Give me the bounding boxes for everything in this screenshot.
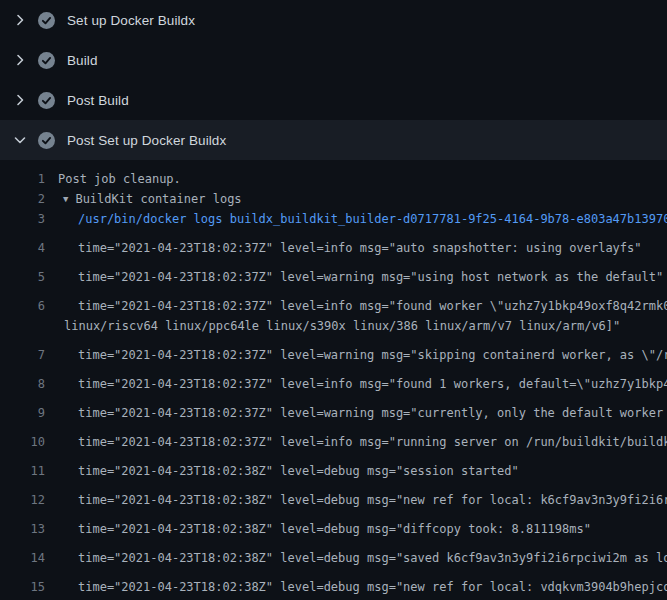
job-steps-list: Set up Docker BuildxBuildPost BuildPost …: [0, 0, 667, 160]
log-text: time="2021-04-23T18:02:37Z" level=info m…: [78, 238, 642, 258]
log-line-number[interactable]: 4: [0, 238, 45, 258]
log-line-number[interactable]: 6: [0, 296, 45, 316]
step-header-post-build[interactable]: Post Build: [0, 80, 667, 120]
log-line: 8time="2021-04-23T18:02:37Z" level=info …: [0, 365, 667, 394]
step-header-set-up-docker-buildx[interactable]: Set up Docker Buildx: [0, 0, 667, 40]
log-line[interactable]: 2▼BuildKit container logs: [0, 189, 667, 209]
log-line-number: [0, 316, 45, 336]
log-line: 3/usr/bin/docker logs buildx_buildkit_bu…: [0, 209, 667, 229]
log-line: 1Post job cleanup.: [0, 169, 667, 189]
log-line-number[interactable]: 12: [0, 490, 45, 510]
check-circle-icon: [38, 92, 55, 109]
log-line: 11time="2021-04-23T18:02:38Z" level=debu…: [0, 452, 667, 481]
log-text: time="2021-04-23T18:02:37Z" level=info m…: [78, 296, 667, 316]
log-text: time="2021-04-23T18:02:37Z" level=warnin…: [78, 345, 667, 365]
log-line-number[interactable]: 14: [0, 548, 45, 568]
log-line-continuation: linux/riscv64 linux/ppc64le linux/s390x …: [0, 316, 667, 336]
chevron-right-icon: [12, 52, 28, 68]
log-text: time="2021-04-23T18:02:38Z" level=debug …: [78, 548, 667, 568]
check-circle-icon: [38, 52, 55, 69]
log-line: 5time="2021-04-23T18:02:37Z" level=warni…: [0, 258, 667, 287]
step-title: Set up Docker Buildx: [67, 13, 195, 28]
step-title: Build: [67, 53, 98, 68]
log-text: time="2021-04-23T18:02:38Z" level=debug …: [78, 490, 667, 510]
log-line: 13time="2021-04-23T18:02:38Z" level=debu…: [0, 510, 667, 539]
log-group-label: BuildKit container logs: [75, 192, 241, 206]
log-text: Post job cleanup.: [58, 169, 181, 189]
log-line: 10time="2021-04-23T18:02:37Z" level=info…: [0, 423, 667, 452]
log-text: time="2021-04-23T18:02:38Z" level=debug …: [78, 519, 591, 539]
log-line-number[interactable]: 5: [0, 267, 45, 287]
step-title: Post Set up Docker Buildx: [67, 133, 226, 148]
log-line-number[interactable]: 15: [0, 577, 45, 597]
log-line-number[interactable]: 7: [0, 345, 45, 365]
log-line-number[interactable]: 8: [0, 374, 45, 394]
log-text: time="2021-04-23T18:02:37Z" level=warnin…: [78, 403, 667, 423]
log-line: 12time="2021-04-23T18:02:38Z" level=debu…: [0, 481, 667, 510]
chevron-down-icon: [12, 132, 28, 148]
check-circle-icon: [38, 132, 55, 149]
log-text: time="2021-04-23T18:02:38Z" level=debug …: [78, 461, 519, 481]
log-line: 4time="2021-04-23T18:02:37Z" level=info …: [0, 229, 667, 258]
step-title: Post Build: [67, 93, 129, 108]
log-group-toggle[interactable]: ▼BuildKit container logs: [63, 189, 242, 209]
step-header-build[interactable]: Build: [0, 40, 667, 80]
log-line-number[interactable]: 13: [0, 519, 45, 539]
log-line-number[interactable]: 2: [0, 189, 45, 209]
log-line: 14time="2021-04-23T18:02:38Z" level=debu…: [0, 539, 667, 568]
log-line: 7time="2021-04-23T18:02:37Z" level=warni…: [0, 336, 667, 365]
log-line-number[interactable]: 9: [0, 403, 45, 423]
log-text: time="2021-04-23T18:02:37Z" level=info m…: [78, 374, 667, 394]
log-line: 15time="2021-04-23T18:02:38Z" level=debu…: [0, 568, 667, 597]
log-line: 9time="2021-04-23T18:02:37Z" level=warni…: [0, 394, 667, 423]
log-text: time="2021-04-23T18:02:37Z" level=info m…: [78, 432, 667, 452]
log-line-number[interactable]: 3: [0, 209, 45, 229]
log-text: linux/riscv64 linux/ppc64le linux/s390x …: [64, 316, 620, 336]
step-log-output: 1Post job cleanup.2▼BuildKit container l…: [0, 160, 667, 600]
log-line-number[interactable]: 10: [0, 432, 45, 452]
triangle-down-icon: ▼: [63, 194, 68, 204]
step-header-post-set-up-docker-buildx[interactable]: Post Set up Docker Buildx: [0, 120, 667, 160]
log-text: time="2021-04-23T18:02:38Z" level=debug …: [78, 577, 667, 597]
log-line-number[interactable]: 11: [0, 461, 45, 481]
check-circle-icon: [38, 12, 55, 29]
chevron-right-icon: [12, 92, 28, 108]
log-command-text: /usr/bin/docker logs buildx_buildkit_bui…: [78, 209, 667, 229]
chevron-right-icon: [12, 12, 28, 28]
log-line-number[interactable]: 1: [0, 169, 45, 189]
log-line: 6time="2021-04-23T18:02:37Z" level=info …: [0, 287, 667, 316]
log-text: time="2021-04-23T18:02:37Z" level=warnin…: [78, 267, 663, 287]
